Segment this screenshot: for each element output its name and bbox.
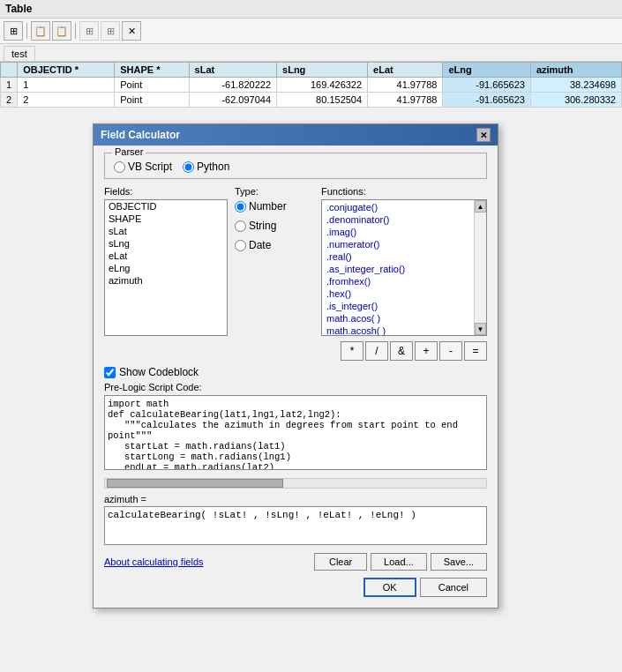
- field-slat[interactable]: sLat: [105, 225, 227, 237]
- th-elat[interactable]: eLat: [368, 63, 443, 78]
- type-string-text: String: [249, 220, 276, 232]
- type-number-text: Number: [249, 200, 287, 213]
- horiz-scrollbar[interactable]: [104, 478, 487, 489]
- tab-test[interactable]: test: [4, 46, 35, 61]
- table-container: OBJECTID * SHAPE * sLat sLng eLat eLng a…: [0, 62, 622, 108]
- dialog-title-bar: Field Calculator ✕: [94, 124, 498, 146]
- horiz-scroll-thumb[interactable]: [107, 479, 283, 488]
- func-imag[interactable]: .imag(): [325, 226, 483, 238]
- field-shape[interactable]: SHAPE: [105, 213, 227, 225]
- func-conjugate[interactable]: .conjugate(): [325, 201, 483, 213]
- field-calculator-dialog: Field Calculator ✕ Parser VB Script Pyth…: [93, 123, 498, 609]
- parser-radio-group: VB Script Python: [114, 161, 477, 173]
- toolbar-btn-copy1[interactable]: 📋: [31, 21, 50, 41]
- field-elng[interactable]: eLng: [105, 262, 227, 274]
- scroll-down-btn[interactable]: ▼: [475, 323, 486, 335]
- func-math-acos[interactable]: math.acos( ): [325, 312, 483, 325]
- toolbar-btn-grid2[interactable]: ⊞: [101, 21, 120, 41]
- functions-label: Functions:: [321, 186, 487, 197]
- func-numerator[interactable]: .numerator(): [325, 238, 483, 250]
- show-codeblock-checkbox[interactable]: [104, 367, 116, 378]
- td-rownum-1: 1: [1, 78, 18, 93]
- op-minus[interactable]: -: [439, 341, 462, 361]
- op-multiply[interactable]: *: [341, 341, 363, 361]
- expression-textarea[interactable]: calculateBearing( !sLat! , !sLng! , !eLa…: [104, 506, 487, 545]
- th-slng[interactable]: sLng: [277, 63, 368, 78]
- td-objectid-1: 1: [18, 78, 115, 93]
- type-number-label[interactable]: Number: [235, 200, 314, 213]
- func-is-integer[interactable]: .is_integer(): [325, 300, 483, 312]
- ok-button[interactable]: OK: [363, 578, 416, 597]
- pre-logic-label: Pre-Logic Script Code:: [104, 382, 487, 392]
- table-header-row: OBJECTID * SHAPE * sLat sLng eLat eLng a…: [1, 63, 622, 78]
- type-number-radio[interactable]: [235, 201, 246, 213]
- vb-script-radio-label[interactable]: VB Script: [114, 161, 172, 173]
- parser-label: Parser: [112, 146, 146, 157]
- fields-listbox[interactable]: OBJECTID SHAPE sLat sLng eLat eLng azimu…: [104, 199, 228, 336]
- clear-button[interactable]: Clear: [314, 553, 367, 571]
- th-elng[interactable]: eLng: [443, 63, 530, 78]
- toolbar-btn-copy2[interactable]: 📋: [52, 21, 71, 41]
- td-rownum-2: 2: [1, 93, 18, 108]
- func-real[interactable]: .real(): [325, 250, 483, 263]
- dialog-close-button[interactable]: ✕: [476, 128, 491, 142]
- func-fromhex[interactable]: .fromhex(): [325, 275, 483, 287]
- operators-row: * / & + - =: [104, 341, 487, 361]
- vb-script-label: VB Script: [128, 161, 172, 173]
- th-slat[interactable]: sLat: [189, 63, 276, 78]
- type-date-radio[interactable]: [235, 240, 246, 251]
- field-azimuth[interactable]: azimuth: [105, 274, 227, 287]
- op-equals[interactable]: =: [464, 341, 487, 361]
- table-row: 1 1 Point -61.820222 169.426322 41.97788…: [1, 78, 622, 93]
- op-divide[interactable]: /: [365, 341, 388, 361]
- type-string-label[interactable]: String: [235, 220, 314, 232]
- data-table: OBJECTID * SHAPE * sLat sLng eLat eLng a…: [0, 62, 622, 108]
- functions-list-inner: .conjugate() .denominator() .imag() .num…: [322, 200, 486, 336]
- scroll-up-btn[interactable]: ▲: [475, 200, 486, 213]
- field-elat[interactable]: eLat: [105, 250, 227, 262]
- field-objectid[interactable]: OBJECTID: [105, 200, 227, 213]
- op-ampersand[interactable]: &: [390, 341, 413, 361]
- th-objectid[interactable]: OBJECTID *: [18, 63, 115, 78]
- pre-logic-textarea[interactable]: import math def calculateBearing(lat1,ln…: [104, 395, 487, 470]
- expression-label: azimuth =: [104, 494, 487, 504]
- field-slng[interactable]: sLng: [105, 237, 227, 250]
- td-elat-1: 41.97788: [368, 78, 443, 93]
- type-string-radio[interactable]: [235, 220, 246, 232]
- parser-section: Parser VB Script Python: [104, 153, 487, 179]
- dialog-body: Parser VB Script Python Fields:: [94, 146, 498, 608]
- scroll-track: [475, 213, 486, 323]
- functions-scrollbar[interactable]: ▲ ▼: [474, 200, 486, 335]
- type-date-label[interactable]: Date: [235, 239, 314, 251]
- about-calculating-link[interactable]: About calculating fields: [104, 556, 204, 567]
- tab-bar: test: [0, 44, 622, 62]
- func-as-integer-ratio[interactable]: .as_integer_ratio(): [325, 263, 483, 275]
- td-elng-1: -91.665623: [443, 78, 530, 93]
- toolbar-btn-grid[interactable]: ⊞: [79, 21, 99, 41]
- functions-listbox[interactable]: .conjugate() .denominator() .imag() .num…: [321, 199, 487, 336]
- toolbar-btn-close[interactable]: ✕: [122, 21, 141, 41]
- td-slng-2: 80.152504: [277, 93, 368, 108]
- toolbar: ⊞ 📋 📋 ⊞ ⊞ ✕: [0, 19, 622, 44]
- th-azimuth[interactable]: azimuth: [530, 63, 621, 78]
- func-math-acosh[interactable]: math.acosh( ): [325, 325, 483, 336]
- td-azimuth-1: 38.234698: [530, 78, 621, 93]
- vb-script-radio[interactable]: [114, 161, 125, 173]
- expression-container: calculateBearing( !sLat! , !sLng! , !eLa…: [104, 506, 487, 548]
- cancel-button[interactable]: Cancel: [420, 578, 487, 597]
- app-window: Table ⊞ 📋 📋 ⊞ ⊞ ✕ test OBJECTID * SHAPE …: [0, 0, 622, 672]
- save-button[interactable]: Save...: [431, 553, 487, 571]
- th-rownum: [1, 63, 18, 78]
- op-plus[interactable]: +: [415, 341, 438, 361]
- load-button[interactable]: Load...: [371, 553, 427, 571]
- td-shape-1: Point: [115, 78, 189, 93]
- dialog-title: Field Calculator: [101, 129, 180, 141]
- td-elat-2: 41.97788: [368, 93, 443, 108]
- pre-logic-container: import math def calculateBearing(lat1,ln…: [104, 395, 487, 473]
- func-denominator[interactable]: .denominator(): [325, 213, 483, 226]
- toolbar-btn-table[interactable]: ⊞: [4, 21, 23, 41]
- th-shape[interactable]: SHAPE *: [115, 63, 189, 78]
- python-radio[interactable]: [183, 161, 194, 173]
- python-radio-label[interactable]: Python: [183, 161, 229, 173]
- func-hex[interactable]: .hex(): [325, 287, 483, 300]
